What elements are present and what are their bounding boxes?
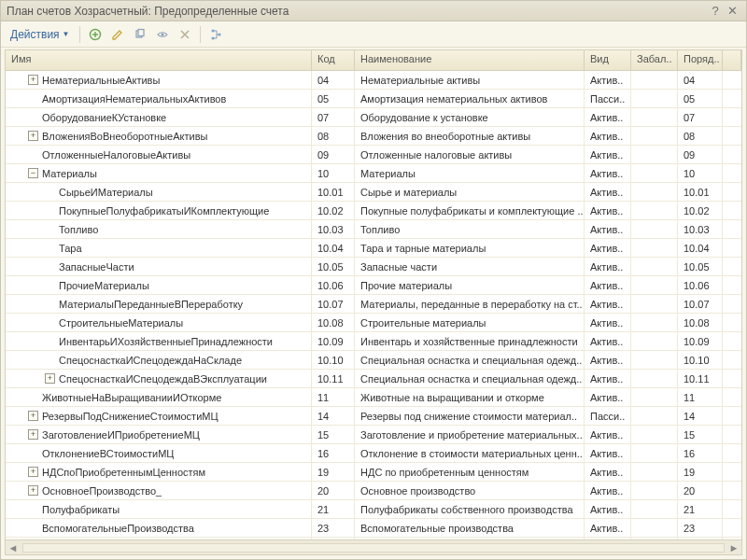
- row-name-text: СырьеИМатериалы: [59, 187, 153, 198]
- scroll-left-icon[interactable]: ◄: [6, 542, 21, 553]
- cell-order: 15: [678, 426, 723, 443]
- edit-button[interactable]: [108, 25, 127, 44]
- cell-desc: Покупные полуфабрикаты и комплектующие .…: [355, 202, 585, 219]
- cell-code: 04: [312, 71, 355, 89]
- cell-kind: Актив..: [585, 314, 631, 331]
- row-name-text: ЗаготовлениеИПриобретениеМЦ: [42, 429, 200, 441]
- column-desc[interactable]: Наименование: [355, 50, 585, 70]
- expand-icon[interactable]: +: [28, 485, 38, 496]
- tree-spacer: [45, 243, 55, 253]
- cell-desc: Специальная оснастка и специальная одежд…: [355, 351, 585, 369]
- table-row[interactable]: АмортизацияНематериальныхАктивов05Аморти…: [6, 90, 741, 108]
- close-button[interactable]: ✕: [724, 4, 740, 18]
- cell-order: 09: [678, 146, 723, 163]
- delete-button[interactable]: [176, 25, 194, 44]
- column-zabal[interactable]: Забал..: [631, 50, 678, 70]
- scroll-track[interactable]: [22, 543, 725, 553]
- cell-zabal: [631, 463, 678, 481]
- column-order[interactable]: Поряд..: [678, 50, 723, 70]
- cell-desc: Резервы под снижение стоимости материал.…: [355, 407, 585, 425]
- cell-code: 11: [312, 388, 355, 406]
- accounts-table: Имя Код Наименование Вид Забал.. Поряд..…: [5, 49, 742, 555]
- column-code[interactable]: Код: [312, 50, 355, 70]
- cell-name: МатериалыПереданныеВПереработку: [6, 295, 312, 313]
- table-row[interactable]: МатериалыПереданныеВПереработку10.07Мате…: [6, 295, 741, 314]
- expand-icon[interactable]: +: [28, 131, 38, 141]
- cell-kind: Актив..: [585, 482, 631, 499]
- horizontal-scrollbar[interactable]: ◄ ►: [6, 539, 741, 554]
- column-kind[interactable]: Вид: [585, 50, 631, 70]
- table-row[interactable]: ОборудованиеКУстановке07Оборудование к у…: [6, 108, 741, 127]
- table-row[interactable]: ВспомогательныеПроизводства23Вспомогател…: [6, 519, 741, 538]
- table-row[interactable]: ИнвентарьИХозяйственныеПринадлежности10.…: [6, 332, 741, 351]
- expand-icon[interactable]: +: [28, 467, 38, 477]
- cell-kind: Актив..: [585, 444, 631, 462]
- expand-icon[interactable]: +: [28, 411, 38, 421]
- help-button[interactable]: ?: [707, 4, 724, 18]
- cell-name: СпецоснасткаИСпецодеждаНаСкладе: [6, 351, 312, 369]
- copy-button[interactable]: [131, 25, 149, 44]
- view-button[interactable]: [153, 25, 172, 44]
- row-name-text: ОсновноеПроизводство_: [42, 485, 162, 497]
- table-row[interactable]: +ЗаготовлениеИПриобретениеМЦ15Заготовлен…: [6, 426, 741, 444]
- table-row[interactable]: СырьеИМатериалы10.01Сырье и материалыАкт…: [6, 183, 741, 202]
- table-row[interactable]: ОтложенныеНалоговыеАктивы09Отложенные на…: [6, 146, 741, 164]
- cell-kind: Актив..: [585, 426, 631, 443]
- table-row[interactable]: +СпецоснасткаИСпецодеждаВЭксплуатации10.…: [6, 370, 741, 388]
- add-button[interactable]: [86, 25, 105, 44]
- expand-icon[interactable]: +: [45, 373, 55, 384]
- tree-spacer: [28, 149, 38, 160]
- collapse-icon[interactable]: −: [28, 168, 38, 178]
- cell-zabal: [631, 444, 678, 462]
- table-row[interactable]: +РезервыПодСнижениеСтоимостиМЦ14Резервы …: [6, 407, 741, 426]
- table-row[interactable]: СпецоснасткаИСпецодеждаНаСкладе10.10Спец…: [6, 351, 741, 370]
- table-row[interactable]: −Материалы10МатериалыАктив..10: [6, 164, 741, 183]
- cell-zabal: [631, 482, 678, 499]
- table-row[interactable]: ЖивотныеНаВыращиванииИОткорме11Животные …: [6, 388, 741, 407]
- row-name-text: НДСпоПриобретеннымЦенностям: [42, 467, 205, 478]
- scroll-right-icon[interactable]: ►: [726, 542, 741, 553]
- row-name-text: СпецоснасткаИСпецодеждаНаСкладе: [59, 355, 242, 366]
- table-row[interactable]: Топливо10.03ТопливоАктив..10.03: [6, 220, 741, 239]
- cell-name: +ВложенияВоВнеоборотныеАктивы: [6, 127, 312, 145]
- table-row[interactable]: Полуфабрикаты21Полуфабрикаты собственног…: [6, 500, 741, 519]
- table-row[interactable]: ПокупныеПолуфабрикатыИКомплектующие10.02…: [6, 202, 741, 220]
- table-row[interactable]: ОтклонениеВСтоимостиМЦ16Отклонение в сто…: [6, 444, 741, 463]
- cell-zabal: [631, 108, 678, 126]
- table-row[interactable]: +НематериальныеАктивы04Нематериальные ак…: [6, 71, 741, 90]
- chevron-down-icon: ▼: [63, 30, 70, 38]
- expand-icon[interactable]: +: [28, 429, 38, 440]
- cell-code: 05: [312, 90, 355, 107]
- cell-desc: НДС по приобретенным ценностям: [355, 463, 585, 481]
- tree-spacer: [28, 523, 38, 533]
- cell-zabal: [631, 202, 678, 219]
- row-name-text: Топливо: [59, 224, 98, 235]
- table-row[interactable]: +ОсновноеПроизводство_20Основное произво…: [6, 482, 741, 500]
- table-body[interactable]: +НематериальныеАктивы04Нематериальные ак…: [6, 71, 741, 539]
- tree-spacer: [45, 355, 55, 365]
- row-name-text: ПокупныеПолуфабрикатыИКомплектующие: [59, 205, 269, 217]
- table-row[interactable]: ЗапасныеЧасти10.05Запасные частиАктив..1…: [6, 258, 741, 276]
- tree-spacer: [28, 112, 38, 122]
- cell-order: 10.03: [678, 220, 723, 238]
- row-name-text: ВложенияВоВнеоборотныеАктивы: [42, 131, 207, 142]
- cell-zabal: [631, 426, 678, 443]
- hierarchy-button[interactable]: [206, 25, 225, 44]
- table-row[interactable]: ПрочиеМатериалы10.06Прочие материалыАкти…: [6, 276, 741, 295]
- table-row[interactable]: +ВложенияВоВнеоборотныеАктивы08Вложения …: [6, 127, 741, 146]
- table-row[interactable]: +НДСпоПриобретеннымЦенностям19НДС по при…: [6, 463, 741, 482]
- cell-zabal: [631, 127, 678, 145]
- column-name[interactable]: Имя: [6, 50, 312, 70]
- cell-code: 10.07: [312, 295, 355, 313]
- table-row[interactable]: СтроительныеМатериалы10.08Строительные м…: [6, 314, 741, 332]
- cell-code: 10.11: [312, 370, 355, 387]
- actions-menu[interactable]: Действия ▼: [7, 26, 74, 43]
- table-row[interactable]: Тара10.04Тара и тарные материалыАктив..1…: [6, 239, 741, 258]
- tree-spacer: [45, 187, 55, 197]
- row-name-text: АмортизацияНематериальныхАктивов: [42, 93, 226, 105]
- expand-icon[interactable]: +: [28, 75, 38, 85]
- cell-kind: Актив..: [585, 463, 631, 481]
- app-window: План счетов Хозрасчетный: Предопределенн…: [0, 0, 747, 560]
- row-name-text: ПрочиеМатериалы: [59, 280, 149, 291]
- cell-desc: Инвентарь и хозяйственные принадлежности: [355, 332, 585, 350]
